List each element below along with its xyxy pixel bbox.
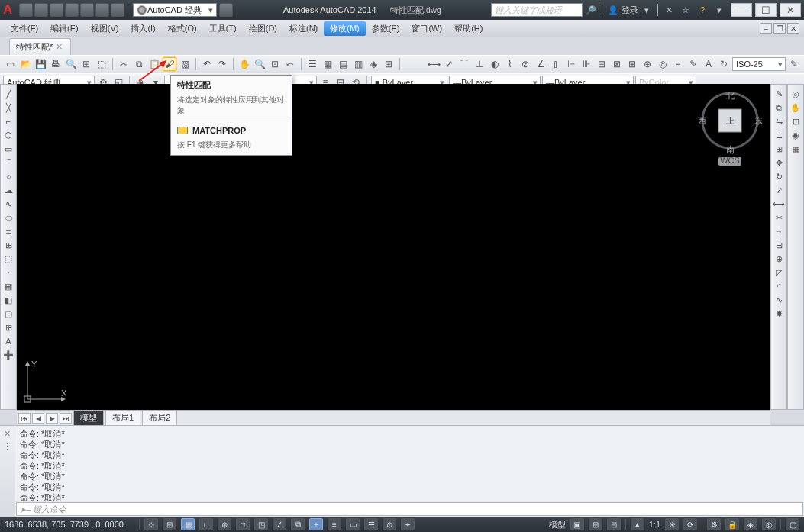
coords-readout[interactable]: 1636. 6538, 705. 7739 , 0. 0000 <box>5 520 134 529</box>
sb-tpy-icon[interactable]: ▭ <box>346 518 360 530</box>
dim-diameter-icon[interactable]: ⊘ <box>518 57 532 71</box>
doc-min-button[interactable]: – <box>760 23 772 34</box>
sb-infer-icon[interactable]: ⊹ <box>144 518 158 530</box>
sb-annovis-icon[interactable]: ☀ <box>665 518 679 530</box>
signin-user-icon[interactable]: 👤 <box>606 3 620 17</box>
qat-redo-icon[interactable] <box>111 3 124 17</box>
sb-scale-label[interactable]: 1:1 <box>649 520 660 529</box>
3ddwf-icon[interactable]: ⬚ <box>95 57 108 71</box>
menu-window[interactable]: 窗口(W) <box>405 21 448 36</box>
pan2-icon[interactable]: ✋ <box>789 102 802 114</box>
tab-next-icon[interactable]: ▶ <box>46 413 58 424</box>
sb-model-icon[interactable]: ▣ <box>570 518 584 530</box>
dimupdate-icon[interactable]: ↻ <box>717 57 731 71</box>
scale-icon[interactable]: ⤢ <box>773 184 785 196</box>
blockeditor-icon[interactable]: ▧ <box>178 57 192 71</box>
menu-dim[interactable]: 标注(N) <box>283 21 324 36</box>
quickcalc-icon[interactable]: ⊞ <box>382 57 396 71</box>
offset-icon[interactable]: ⊏ <box>773 129 785 141</box>
makeblock-icon[interactable]: ⬚ <box>2 253 15 265</box>
sb-otrack-icon[interactable]: ∠ <box>273 518 286 530</box>
dim-radius-icon[interactable]: ◐ <box>488 57 502 71</box>
sb-snap-icon[interactable]: ⊞ <box>163 518 176 530</box>
sb-polar-icon[interactable]: ⊛ <box>218 518 231 530</box>
trim-icon[interactable]: ✂ <box>773 211 785 224</box>
zoomext-icon[interactable]: ⊡ <box>789 115 802 127</box>
plot-icon[interactable]: 🖶 <box>49 57 63 71</box>
dimstyle-icon[interactable]: ✎ <box>787 57 801 71</box>
hatch-icon[interactable]: ▦ <box>2 280 15 292</box>
sb-dyn-icon[interactable]: + <box>309 518 323 530</box>
tab-layout1[interactable]: 布局1 <box>105 410 140 426</box>
doc-close-button[interactable]: ✕ <box>787 23 799 34</box>
dim-aligned-icon[interactable]: ⤢ <box>442 57 456 71</box>
sb-model-label[interactable]: 模型 <box>549 519 566 530</box>
dim-continue-icon[interactable]: ⊪ <box>580 57 593 71</box>
insertblock-icon[interactable]: ⊞ <box>2 239 15 251</box>
dimedit-icon[interactable]: ✎ <box>686 57 700 71</box>
rectangle-icon[interactable]: ▭ <box>2 143 15 155</box>
help-icon[interactable]: ? <box>696 3 709 17</box>
table-icon[interactable]: ⊞ <box>2 321 15 334</box>
erase-icon[interactable]: ✎ <box>773 88 785 100</box>
menu-insert[interactable]: 插入(I) <box>124 21 161 36</box>
join-icon[interactable]: ⊕ <box>773 253 785 265</box>
sb-am-icon[interactable]: ✦ <box>401 518 415 530</box>
save-icon[interactable]: 💾 <box>34 57 47 71</box>
qat-plot-icon[interactable] <box>80 3 94 17</box>
qat-undo-icon[interactable] <box>95 3 109 17</box>
dim-angular-icon[interactable]: ∠ <box>534 57 547 71</box>
sb-annoscale-icon[interactable]: ▲ <box>631 518 644 530</box>
open-icon[interactable]: 📂 <box>18 57 32 71</box>
qat-saveas-icon[interactable] <box>65 3 79 17</box>
tab-model[interactable]: 模型 <box>73 410 104 426</box>
cmdwin-close-icon[interactable]: ✕ <box>4 429 11 439</box>
markup-icon[interactable]: ◈ <box>366 57 380 71</box>
toolpal-icon[interactable]: ▤ <box>336 57 350 71</box>
mirror-icon[interactable]: ⇋ <box>773 115 785 127</box>
joglinear-icon[interactable]: ⌐ <box>671 57 685 71</box>
line-icon[interactable]: ╱ <box>2 88 15 100</box>
sb-clean-icon[interactable]: ▢ <box>786 518 799 530</box>
qat-open-icon[interactable] <box>34 3 48 17</box>
new-icon[interactable]: ▭ <box>3 57 17 71</box>
sb-isolate-icon[interactable]: ◎ <box>762 518 776 530</box>
arc-icon[interactable]: ⌒ <box>2 156 15 169</box>
undo-icon[interactable]: ↶ <box>200 57 214 71</box>
dim-linear-icon[interactable]: ⟷ <box>427 57 441 71</box>
point-icon[interactable]: · <box>2 266 15 279</box>
revcloud-icon[interactable]: ☁ <box>2 184 15 196</box>
region-icon[interactable]: ▢ <box>2 308 15 320</box>
drawing-canvas[interactable]: 上 北 南 东 西 WCS Y X <box>17 84 770 410</box>
copy-icon[interactable]: ⧉ <box>132 57 146 71</box>
polygon-icon[interactable]: ⬡ <box>2 129 15 141</box>
addselected-icon[interactable]: ➕ <box>2 349 15 361</box>
stayconn-icon[interactable]: ☆ <box>679 3 693 17</box>
document-tab[interactable]: 特性匹配* ✕ <box>9 38 71 55</box>
properties-icon[interactable]: ☰ <box>305 57 319 71</box>
sb-grid-icon[interactable]: ▦ <box>181 518 195 530</box>
menu-tools[interactable]: 工具(T) <box>203 21 243 36</box>
sb-qview-icon[interactable]: ⊞ <box>589 518 602 530</box>
dim-ord-icon[interactable]: ⊥ <box>473 57 486 71</box>
dim-space-icon[interactable]: ⊟ <box>595 57 609 71</box>
tab-last-icon[interactable]: ⏭ <box>60 413 72 424</box>
zoomprev-icon[interactable]: ⤺ <box>283 57 297 71</box>
window-min-button[interactable]: — <box>731 3 752 17</box>
app-logo-icon[interactable]: A <box>3 2 18 18</box>
sb-qp-icon[interactable]: ☰ <box>364 518 378 530</box>
dimtedit-icon[interactable]: A <box>702 57 715 71</box>
doc-restore-button[interactable]: ❐ <box>773 23 786 34</box>
xline-icon[interactable]: ╳ <box>2 102 15 114</box>
menu-help[interactable]: 帮助(H) <box>448 21 489 36</box>
fillet-icon[interactable]: ◜ <box>773 280 785 292</box>
sb-qview2-icon[interactable]: ⊟ <box>607 518 621 530</box>
publish-icon[interactable]: ⊞ <box>79 57 93 71</box>
sb-lock-icon[interactable]: 🔒 <box>725 518 739 530</box>
sb-hardware-icon[interactable]: ◈ <box>744 518 757 530</box>
tolerance-icon[interactable]: ⊞ <box>625 57 639 71</box>
tab-layout2[interactable]: 布局2 <box>142 410 177 426</box>
command-history[interactable]: 命令: *取消* 命令: *取消* 命令: *取消* 命令: *取消* 命令: … <box>15 426 804 501</box>
qat-save-icon[interactable] <box>50 3 63 17</box>
menu-draw[interactable]: 绘图(D) <box>243 21 283 36</box>
